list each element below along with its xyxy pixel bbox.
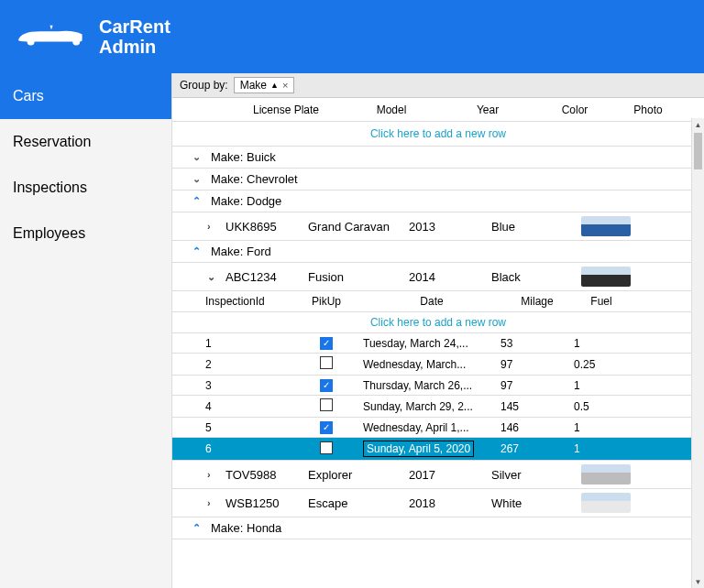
- cell-date[interactable]: Wednesday, March...: [363, 358, 500, 371]
- grid-column-header: License Plate Model Year Color Photo: [172, 98, 704, 122]
- cell-milage: 53: [500, 337, 574, 350]
- checkbox-icon[interactable]: [320, 398, 333, 411]
- expand-icon[interactable]: ›: [207, 497, 226, 508]
- cell-photo: [574, 265, 638, 289]
- car-row[interactable]: › UKK8695 Grand Caravan 2013 Blue: [172, 212, 704, 241]
- col-pikup[interactable]: PikUp: [290, 295, 363, 308]
- cell-fuel: 1: [574, 379, 629, 392]
- scroll-thumb[interactable]: [694, 133, 702, 169]
- expand-icon[interactable]: ⌃: [192, 245, 211, 257]
- cell-inspection-id: 3: [198, 379, 290, 392]
- inspection-row[interactable]: 3 ✓ Thursday, March 26,... 97 1: [172, 376, 704, 396]
- inspection-row[interactable]: 2 Wednesday, March... 97 0.25: [172, 354, 704, 376]
- checkbox-icon[interactable]: ✓: [320, 421, 333, 434]
- cell-inspection-id: 2: [198, 358, 290, 371]
- checkbox-icon[interactable]: ✓: [320, 337, 333, 350]
- cell-milage: 146: [500, 421, 574, 434]
- col-date[interactable]: Date: [363, 295, 500, 308]
- cell-pikup[interactable]: [290, 356, 363, 372]
- col-photo[interactable]: Photo: [616, 103, 680, 116]
- cell-milage: 267: [500, 442, 574, 455]
- add-new-row[interactable]: Click here to add a new row: [172, 122, 704, 147]
- sort-asc-icon: ▲: [270, 81, 279, 90]
- expand-icon[interactable]: ⌃: [192, 522, 211, 534]
- cell-pikup[interactable]: ✓: [290, 336, 363, 350]
- group-by-bar: Group by: Make ▲ ×: [172, 73, 704, 98]
- col-milage[interactable]: Milage: [500, 295, 574, 308]
- cell-color: Blue: [491, 220, 574, 234]
- expand-icon[interactable]: ⌄: [207, 271, 226, 283]
- cell-inspection-id: 1: [198, 337, 290, 350]
- col-inspection-id[interactable]: InspectionId: [198, 295, 290, 308]
- vertical-scrollbar[interactable]: ▲ ▼: [691, 118, 704, 588]
- scroll-down-icon[interactable]: ▼: [692, 575, 704, 588]
- expand-icon[interactable]: ⌃: [192, 195, 211, 207]
- cell-inspection-id: 5: [198, 421, 290, 434]
- cell-plate: UKK8695: [226, 220, 308, 234]
- inspection-row[interactable]: 4 Sunday, March 29, 2... 145 0.5: [172, 396, 704, 418]
- cell-year: 2018: [409, 496, 491, 510]
- group-row-buick[interactable]: ⌄Make: Buick: [172, 147, 704, 169]
- checkbox-icon[interactable]: [320, 441, 333, 454]
- cell-model: Explorer: [308, 468, 409, 482]
- col-model[interactable]: Model: [341, 103, 442, 116]
- group-row-dodge[interactable]: ⌃Make: Dodge: [172, 191, 704, 212]
- svg-point-1: [72, 38, 80, 45]
- cell-date[interactable]: Thursday, March 26,...: [363, 379, 500, 392]
- expand-icon[interactable]: ›: [207, 221, 226, 232]
- inspection-row[interactable]: 1 ✓ Tuesday, March 24,... 53 1: [172, 333, 704, 354]
- cell-model: Grand Caravan: [308, 220, 409, 234]
- col-fuel[interactable]: Fuel: [574, 295, 629, 308]
- cell-date[interactable]: Sunday, April 5, 2020: [363, 441, 500, 457]
- scroll-up-icon[interactable]: ▲: [692, 118, 704, 131]
- expand-icon[interactable]: ⌄: [192, 151, 211, 163]
- cell-model: Escape: [308, 496, 409, 510]
- cell-fuel: 1: [574, 337, 629, 350]
- cell-photo: [574, 491, 638, 515]
- car-row[interactable]: › TOV5988 Explorer 2017 Silver: [172, 461, 704, 489]
- cell-pikup[interactable]: [290, 441, 363, 457]
- group-row-ford[interactable]: ⌃Make: Ford: [172, 241, 704, 263]
- car-logo-icon: [15, 23, 88, 51]
- cell-fuel: 0.25: [574, 358, 629, 371]
- sidebar-item-employees[interactable]: Employees: [0, 211, 171, 256]
- cell-plate: WSB1250: [226, 496, 308, 510]
- inspection-row[interactable]: 6 Sunday, April 5, 2020 267 1: [172, 438, 704, 461]
- cell-date[interactable]: Sunday, March 29, 2...: [363, 400, 500, 413]
- group-row-chevrolet[interactable]: ⌄Make: Chevrolet: [172, 169, 704, 191]
- checkbox-icon[interactable]: [320, 356, 333, 369]
- cell-photo: [574, 463, 638, 486]
- cell-fuel: 1: [574, 421, 629, 434]
- expand-icon[interactable]: ⌄: [192, 173, 211, 185]
- sidebar-item-reservation[interactable]: Reservation: [0, 119, 171, 165]
- cell-pikup[interactable]: ✓: [290, 420, 363, 434]
- cell-year: 2013: [409, 220, 491, 234]
- sidebar-item-cars[interactable]: Cars: [0, 73, 171, 119]
- group-label: Make: Buick: [211, 150, 276, 164]
- cell-date[interactable]: Wednesday, April 1,...: [363, 421, 500, 434]
- cell-date[interactable]: Tuesday, March 24,...: [363, 337, 500, 350]
- cell-pikup[interactable]: ✓: [290, 378, 363, 392]
- remove-group-icon[interactable]: ×: [282, 80, 288, 91]
- cell-color: Black: [491, 270, 574, 284]
- group-row-honda[interactable]: ⌃Make: Honda: [172, 517, 704, 539]
- add-inspection-row[interactable]: Click here to add a new row: [172, 312, 704, 333]
- sidebar-item-inspections[interactable]: Inspections: [0, 165, 171, 211]
- app-title: CarRent Admin: [99, 16, 170, 57]
- cars-grid: License Plate Model Year Color Photo Cli…: [172, 98, 704, 588]
- cell-plate: TOV5988: [226, 468, 308, 482]
- app-header: CarRent Admin: [0, 0, 704, 73]
- group-chip-make[interactable]: Make ▲ ×: [234, 77, 295, 93]
- car-row[interactable]: ⌄ ABC1234 Fusion 2014 Black: [172, 263, 704, 291]
- checkbox-icon[interactable]: ✓: [320, 379, 333, 392]
- col-license-plate[interactable]: License Plate: [231, 103, 341, 116]
- inspection-row[interactable]: 5 ✓ Wednesday, April 1,... 146 1: [172, 418, 704, 438]
- col-color[interactable]: Color: [534, 103, 616, 116]
- expand-icon[interactable]: ›: [207, 469, 226, 480]
- car-row[interactable]: › WSB1250 Escape 2018 White: [172, 489, 704, 517]
- col-year[interactable]: Year: [442, 103, 534, 116]
- svg-point-0: [28, 38, 35, 45]
- cell-pikup[interactable]: [290, 398, 363, 414]
- group-label: Make: Dodge: [211, 194, 281, 208]
- cell-inspection-id: 6: [198, 442, 290, 455]
